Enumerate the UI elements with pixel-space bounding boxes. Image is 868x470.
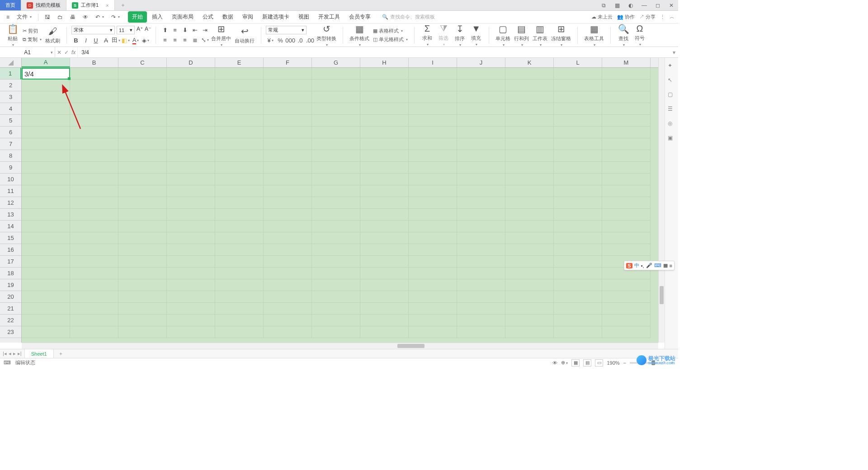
- cell[interactable]: [118, 244, 167, 256]
- reading-view-icon[interactable]: ▭: [595, 359, 603, 367]
- cell[interactable]: [70, 68, 118, 80]
- cell[interactable]: [22, 162, 70, 174]
- cell[interactable]: [215, 303, 264, 315]
- cell[interactable]: [505, 303, 554, 315]
- cell[interactable]: [70, 138, 118, 150]
- cell[interactable]: [118, 91, 167, 103]
- cell[interactable]: [70, 91, 118, 103]
- formula-input[interactable]: 3/4: [78, 47, 670, 57]
- cell[interactable]: [505, 291, 554, 303]
- col-header-B[interactable]: B: [70, 58, 118, 67]
- cell[interactable]: [457, 221, 505, 232]
- cell[interactable]: [312, 103, 360, 115]
- cell[interactable]: [602, 162, 651, 174]
- cell[interactable]: [167, 232, 215, 244]
- cell[interactable]: [409, 268, 457, 279]
- cell[interactable]: [312, 138, 360, 150]
- cell[interactable]: [167, 115, 215, 127]
- cell[interactable]: [505, 80, 554, 91]
- type-convert-button[interactable]: ↺类型转换: [315, 23, 338, 48]
- cell[interactable]: [505, 315, 554, 326]
- cell[interactable]: [409, 150, 457, 162]
- vertical-scrollbar[interactable]: [658, 58, 665, 343]
- cell[interactable]: [264, 303, 312, 315]
- cell[interactable]: [554, 221, 602, 232]
- cell[interactable]: [554, 174, 602, 185]
- cell[interactable]: [215, 115, 264, 127]
- sheet-nav[interactable]: |◂ ◂ ▸ ▸|: [0, 349, 25, 358]
- cell[interactable]: [70, 115, 118, 127]
- clear-format-icon[interactable]: ◈: [141, 36, 150, 44]
- cell[interactable]: [554, 162, 602, 174]
- freeze-button[interactable]: ⊞冻结窗格: [549, 23, 573, 48]
- cell[interactable]: [409, 232, 457, 244]
- user-icon[interactable]: ◐: [626, 0, 636, 10]
- cell[interactable]: [409, 256, 457, 268]
- tab-workbook[interactable]: S 工作簿1 ×: [66, 0, 115, 10]
- tab-home[interactable]: 首页: [0, 0, 21, 10]
- cell[interactable]: [22, 221, 70, 232]
- cell[interactable]: [505, 150, 554, 162]
- cell[interactable]: [22, 103, 70, 115]
- row-header-3[interactable]: 3: [0, 91, 21, 103]
- first-sheet-icon[interactable]: |◂: [3, 351, 7, 357]
- share-button[interactable]: ↗ 分享: [639, 14, 656, 20]
- cell[interactable]: [118, 150, 167, 162]
- rowcol-button[interactable]: ▤行和列: [512, 23, 531, 48]
- cell[interactable]: [22, 279, 70, 291]
- cell[interactable]: [70, 197, 118, 209]
- cell[interactable]: [554, 68, 602, 80]
- cell[interactable]: [22, 326, 70, 338]
- cell[interactable]: [457, 244, 505, 256]
- cell[interactable]: [360, 197, 409, 209]
- cell[interactable]: [312, 185, 360, 197]
- cell[interactable]: [409, 291, 457, 303]
- cell[interactable]: [167, 138, 215, 150]
- cell[interactable]: [360, 326, 409, 338]
- row-header-10[interactable]: 10: [0, 174, 21, 185]
- cell[interactable]: [312, 291, 360, 303]
- font-name-combo[interactable]: 宋体▾: [71, 26, 115, 34]
- cell[interactable]: [118, 138, 167, 150]
- cell[interactable]: [554, 209, 602, 221]
- row-header-4[interactable]: 4: [0, 103, 21, 115]
- cell[interactable]: [118, 197, 167, 209]
- cell[interactable]: [167, 127, 215, 138]
- cell[interactable]: [505, 91, 554, 103]
- cell[interactable]: [457, 315, 505, 326]
- ai-panel-icon[interactable]: ✦: [668, 62, 676, 70]
- cell[interactable]: [360, 256, 409, 268]
- cell[interactable]: [264, 185, 312, 197]
- cell[interactable]: [312, 68, 360, 80]
- copy-button[interactable]: ⧉复制: [21, 36, 43, 43]
- cell[interactable]: [22, 138, 70, 150]
- col-header-D[interactable]: D: [167, 58, 215, 67]
- cell[interactable]: [457, 174, 505, 185]
- cell[interactable]: [409, 209, 457, 221]
- cell[interactable]: [167, 91, 215, 103]
- row-header-11[interactable]: 11: [0, 185, 21, 197]
- cell[interactable]: [118, 315, 167, 326]
- cell[interactable]: [602, 138, 651, 150]
- cell[interactable]: [264, 279, 312, 291]
- cell[interactable]: [409, 103, 457, 115]
- increase-font-icon[interactable]: A⁺: [137, 26, 143, 34]
- col-header-G[interactable]: G: [312, 58, 360, 67]
- cell[interactable]: [360, 185, 409, 197]
- cell[interactable]: [22, 256, 70, 268]
- cell[interactable]: [70, 279, 118, 291]
- cell[interactable]: [360, 279, 409, 291]
- col-header-F[interactable]: F: [264, 58, 312, 67]
- cell[interactable]: [457, 68, 505, 80]
- style-panel-icon[interactable]: ▢: [668, 91, 676, 99]
- cell[interactable]: [70, 232, 118, 244]
- row-header-12[interactable]: 12: [0, 197, 21, 209]
- ime-lang[interactable]: 中: [634, 262, 639, 269]
- expand-formula-icon[interactable]: ▾: [670, 47, 678, 57]
- input-mode-icon[interactable]: ⌨: [4, 360, 11, 366]
- cell[interactable]: [409, 127, 457, 138]
- cell[interactable]: [602, 80, 651, 91]
- cell[interactable]: [409, 221, 457, 232]
- align-center-icon[interactable]: ≡: [170, 36, 179, 44]
- cell[interactable]: [312, 80, 360, 91]
